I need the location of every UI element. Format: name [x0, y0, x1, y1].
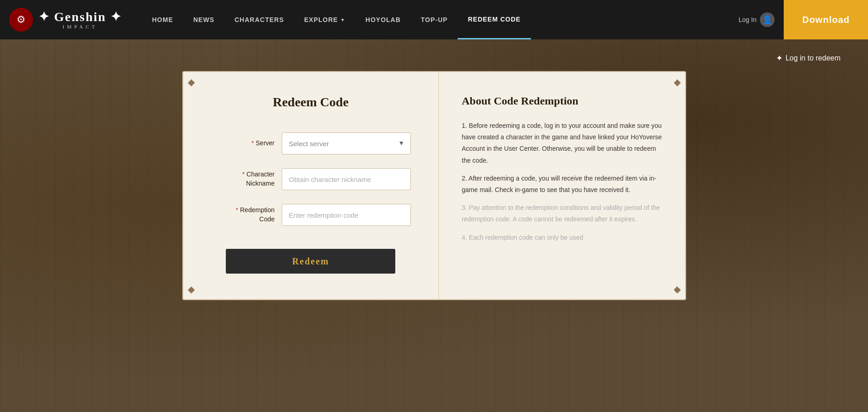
card-container: ◆ ◆ ◆ ◆ Redeem Code *Server Select serve…	[182, 71, 686, 300]
nav-redeem-code[interactable]: REDEEM CODE	[458, 0, 530, 39]
main-content: ✦ Log in to redeem ◆ ◆ ◆ ◆ Redeem Code *…	[0, 0, 868, 412]
corner-decoration-tr: ◆	[674, 77, 681, 88]
about-title: About Code Redemption	[462, 95, 662, 107]
login-label: Log In	[739, 16, 757, 23]
chevron-down-icon: ▼	[340, 17, 345, 22]
code-input[interactable]	[282, 204, 411, 226]
left-panel: Redeem Code *Server Select server Americ…	[183, 72, 439, 299]
login-button[interactable]: Log In 👤	[730, 12, 784, 27]
nav-links: HOME NEWS CHARACTERS EXPLORE ▼ HoYoLAB T…	[142, 0, 730, 39]
about-point3: 3. Pay attention to the redemption condi…	[462, 202, 662, 225]
server-label: *Server	[211, 139, 282, 148]
download-button[interactable]: Download	[784, 0, 868, 39]
server-select[interactable]: Select server America Europe Asia TW/HK/…	[282, 132, 411, 154]
login-to-redeem-link[interactable]: ✦ Log in to redeem	[776, 39, 868, 68]
required-star-2: *	[242, 170, 245, 178]
corner-decoration-tl: ◆	[188, 77, 195, 88]
nav-home[interactable]: HOME	[142, 0, 183, 39]
code-label: *RedemptionCode	[211, 206, 282, 224]
avatar-icon: 👤	[760, 12, 775, 27]
form-title: Redeem Code	[273, 95, 349, 110]
nav-top-up[interactable]: TOP-UP	[411, 0, 458, 39]
logo-area: ⚙ ✦ Genshin ✦ IMPACT	[0, 8, 142, 32]
nav-hoyolab[interactable]: HoYoLAB	[355, 0, 411, 39]
code-group: *RedemptionCode	[211, 204, 411, 226]
server-group: *Server Select server America Europe Asi…	[211, 132, 411, 154]
corner-decoration-br: ◆	[674, 284, 681, 295]
about-point1: 1. Before redeeming a code, log in to yo…	[462, 120, 662, 166]
required-star-3: *	[236, 206, 238, 214]
logo-sub: IMPACT	[38, 24, 122, 29]
nickname-label: *CharacterNickname	[211, 170, 282, 188]
nickname-group: *CharacterNickname	[211, 168, 411, 190]
redeem-button[interactable]: Redeem	[226, 249, 395, 274]
nav-explore[interactable]: EXPLORE ▼	[294, 0, 355, 39]
nav-right: Log In 👤 Download	[730, 0, 868, 39]
about-text: 1. Before redeeming a code, log in to yo…	[462, 120, 662, 243]
nav-news[interactable]: NEWS	[183, 0, 224, 39]
about-point4: 4. Each redemption code can only be used	[462, 232, 662, 243]
nickname-input[interactable]	[282, 168, 411, 190]
login-to-redeem-label: Log in to redeem	[786, 54, 841, 62]
logo-icon: ⚙	[9, 8, 33, 32]
required-star: *	[251, 139, 254, 147]
right-panel: About Code Redemption 1. Before redeemin…	[439, 72, 685, 299]
navbar: ⚙ ✦ Genshin ✦ IMPACT HOME NEWS CHARACTER…	[0, 0, 868, 39]
server-select-wrapper: Select server America Europe Asia TW/HK/…	[282, 132, 411, 154]
about-point2: 2. After redeeming a code, you will rece…	[462, 173, 662, 196]
nav-characters[interactable]: CHARACTERS	[224, 0, 294, 39]
logo-text: ✦ Genshin ✦ IMPACT	[38, 11, 122, 29]
logo-name: ✦ Genshin ✦	[38, 11, 122, 23]
corner-decoration-bl: ◆	[188, 284, 195, 295]
redeem-card: ◆ ◆ ◆ ◆ Redeem Code *Server Select serve…	[182, 71, 686, 300]
star-icon: ✦	[776, 53, 783, 63]
